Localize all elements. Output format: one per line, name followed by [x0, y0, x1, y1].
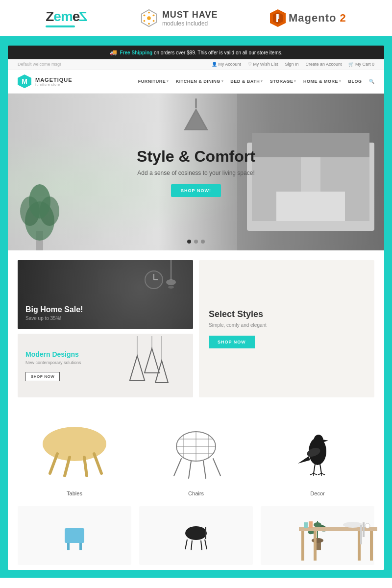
svg-rect-46 — [309, 521, 313, 528]
svg-rect-40 — [314, 531, 317, 561]
right-big-card: Select Styles Simple, comfy and elegant … — [199, 260, 374, 397]
svg-line-73 — [314, 473, 317, 475]
utility-create-account[interactable]: Create an Account — [305, 62, 342, 67]
svg-point-1 — [147, 16, 151, 20]
light-card-title: Modern Designs — [25, 350, 102, 358]
promo-left-column: Big Home Sale! Save up to 35%! Modern De… — [18, 260, 193, 397]
truck-icon: 🚚 — [110, 49, 117, 56]
product-section: Tables — [8, 407, 384, 506]
nav-blog[interactable]: BLOG — [348, 79, 362, 84]
hero-content: Style & Comfort Add a sense of cosiness … — [137, 147, 255, 197]
svg-point-4 — [143, 20, 145, 22]
desk-illustration — [294, 498, 382, 570]
hero-section: Style & Comfort Add a sense of cosiness … — [8, 94, 384, 250]
svg-line-82 — [185, 539, 187, 549]
svg-line-70 — [320, 464, 321, 473]
light-card-button[interactable]: SHOP NOW — [25, 372, 60, 381]
svg-line-84 — [201, 540, 202, 550]
svg-point-48 — [43, 427, 106, 461]
product-img-decor — [261, 412, 374, 486]
zemes-logo: ZemeZ — [46, 9, 87, 27]
svg-line-83 — [191, 540, 192, 550]
promo-right-column: Select Styles Simple, comfy and elegant … — [199, 260, 374, 397]
brand-icon: M — [18, 74, 31, 88]
promo-text: Free Shipping on orders over $99. This o… — [120, 50, 283, 55]
nav-bed[interactable]: BED & BATH ▾ — [230, 79, 263, 84]
wire-lamps-svg — [122, 336, 172, 395]
dark-card-subtitle: Save up to 35%! — [25, 316, 83, 321]
svg-line-62 — [203, 461, 206, 478]
nav-storage[interactable]: STORAGE ▾ — [270, 79, 296, 84]
product-item-decor: Decor — [261, 412, 374, 496]
light-card-subtitle: New contemporary solutions — [25, 360, 102, 365]
utility-wish-list[interactable]: ♡ My Wish List — [248, 62, 278, 67]
product-label-chairs: Chairs — [188, 490, 204, 496]
table-illustration — [35, 417, 114, 481]
clock-decoration — [144, 270, 164, 292]
light-promo-card: Modern Designs New contemporary solution… — [18, 334, 193, 397]
light-card-text: Modern Designs New contemporary solution… — [25, 350, 102, 381]
product-grid: Tables — [18, 412, 374, 496]
hero-dot-3[interactable] — [201, 240, 205, 244]
nav-menu: FURNITURE ▾ KITCHEN & DINING ▾ BED & BAT… — [138, 79, 374, 84]
svg-point-47 — [365, 523, 370, 528]
svg-marker-34 — [145, 348, 159, 373]
svg-point-6 — [148, 12, 150, 14]
product-img-chairs — [139, 412, 253, 486]
svg-line-61 — [189, 461, 191, 478]
nav-furniture[interactable]: FURNITURE ▾ — [138, 79, 169, 84]
hero-dot-1[interactable] — [187, 240, 191, 244]
plant-decoration — [18, 162, 62, 250]
product-item-row2-2 — [139, 506, 253, 565]
product-label-decor: Decor — [310, 490, 324, 496]
must-have-title: MUST HAVE — [162, 10, 218, 20]
product-row2-1-svg — [55, 516, 94, 555]
hero-title: Style & Comfort — [137, 147, 255, 166]
utility-welcome: Default welcome msg! — [18, 62, 61, 67]
svg-point-7 — [148, 23, 150, 25]
nav-kitchen[interactable]: KITCHEN & DINING ▾ — [176, 79, 224, 84]
product-item-chairs: Chairs — [139, 412, 253, 496]
svg-marker-32 — [130, 356, 145, 380]
right-card-button[interactable]: SHOP NOW — [209, 336, 255, 348]
search-icon[interactable]: 🔍 — [369, 79, 375, 84]
nav-home[interactable]: HOME & MORE ▾ — [303, 79, 342, 84]
svg-point-29 — [166, 279, 176, 285]
svg-rect-39 — [370, 531, 373, 561]
lamp-top-deco — [164, 260, 178, 292]
svg-rect-43 — [360, 525, 362, 544]
svg-rect-23 — [252, 133, 369, 157]
floor-lamp-svg — [164, 260, 178, 290]
svg-rect-10 — [276, 14, 278, 22]
svg-point-80 — [185, 526, 207, 540]
main-nav: M MAGETIQUE furniture store FURNITURE ▾ … — [8, 70, 384, 94]
svg-rect-77 — [65, 528, 84, 543]
svg-rect-24 — [276, 192, 345, 221]
svg-line-52 — [94, 454, 101, 473]
magento-label: Magento 2 — [289, 12, 346, 24]
utility-nav-links: 👤 My Account ♡ My Wish List Sign In Crea… — [212, 62, 374, 67]
svg-marker-67 — [298, 456, 310, 464]
hero-dots — [187, 240, 205, 244]
utility-my-account[interactable]: 👤 My Account — [212, 62, 241, 67]
right-card-title: Select Styles — [209, 309, 263, 319]
hero-dot-2[interactable] — [194, 240, 198, 244]
svg-point-65 — [314, 435, 323, 446]
svg-line-69 — [314, 464, 315, 473]
utility-sign-in[interactable]: Sign In — [285, 62, 298, 67]
hero-shop-now-button[interactable]: SHOP NOW! — [171, 184, 221, 197]
svg-point-3 — [152, 14, 154, 16]
lamp-decoration — [181, 98, 211, 135]
dark-card-text: Big Home Sale! Save up to 35%! — [25, 305, 83, 321]
svg-point-30 — [168, 286, 174, 289]
dark-promo-card: Big Home Sale! Save up to 35%! — [18, 260, 193, 329]
plant-svg — [18, 162, 62, 250]
product-row2-2-svg — [176, 516, 216, 555]
svg-rect-38 — [301, 531, 304, 561]
product-item-row2-1 — [18, 506, 131, 565]
svg-point-42 — [343, 522, 363, 528]
wire-lamps-deco — [108, 342, 185, 390]
utility-cart[interactable]: 🛒 My Cart 0 — [348, 62, 374, 67]
svg-line-85 — [205, 539, 207, 549]
brand-name: MAGETIQUE — [35, 77, 73, 83]
